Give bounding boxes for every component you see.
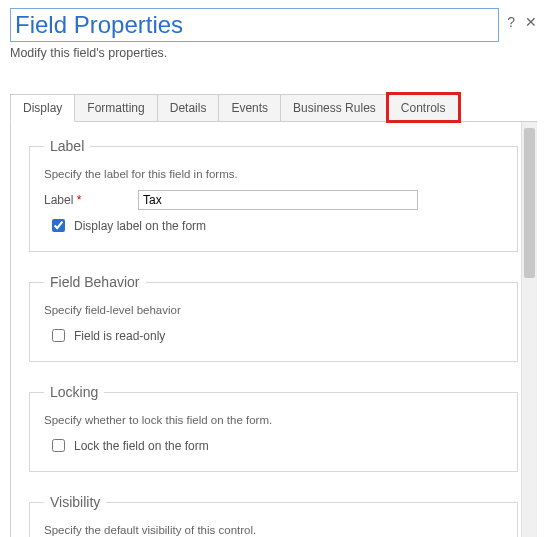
section-locking-legend: Locking	[44, 384, 104, 400]
section-visibility: Visibility Specify the default visibilit…	[29, 494, 518, 537]
tab-bar: Display Formatting Details Events Busine…	[10, 94, 537, 122]
tab-controls[interactable]: Controls	[388, 94, 459, 121]
page-subtitle: Modify this field's properties.	[10, 46, 537, 60]
section-label-desc: Specify the label for this field in form…	[44, 168, 503, 180]
section-label-legend: Label	[44, 138, 90, 154]
tab-display[interactable]: Display	[10, 94, 75, 122]
lock-text: Lock the field on the form	[74, 439, 209, 453]
tab-business-rules[interactable]: Business Rules	[280, 94, 389, 121]
tab-events[interactable]: Events	[218, 94, 281, 121]
section-behavior: Field Behavior Specify field-level behav…	[29, 274, 518, 362]
readonly-text: Field is read-only	[74, 329, 165, 343]
tab-details[interactable]: Details	[157, 94, 220, 121]
display-label-checkbox[interactable]	[52, 219, 65, 232]
page-title: Field Properties	[10, 8, 499, 42]
section-locking-desc: Specify whether to lock this field on th…	[44, 414, 503, 426]
scrollbar[interactable]	[521, 122, 537, 537]
section-behavior-desc: Specify field-level behavior	[44, 304, 503, 316]
section-visibility-desc: Specify the default visibility of this c…	[44, 524, 503, 536]
label-field-caption: Label *	[44, 193, 132, 207]
required-mark: *	[77, 193, 82, 207]
label-input[interactable]	[138, 190, 418, 210]
lock-checkbox[interactable]	[52, 439, 65, 452]
tab-formatting[interactable]: Formatting	[74, 94, 157, 121]
section-behavior-legend: Field Behavior	[44, 274, 146, 290]
section-visibility-legend: Visibility	[44, 494, 106, 510]
help-icon[interactable]: ?	[507, 14, 515, 30]
display-label-text: Display label on the form	[74, 219, 206, 233]
section-locking: Locking Specify whether to lock this fie…	[29, 384, 518, 472]
tab-panel: Label Specify the label for this field i…	[10, 122, 537, 537]
close-icon[interactable]: ✕	[525, 14, 537, 30]
scrollbar-thumb[interactable]	[524, 128, 535, 278]
section-label: Label Specify the label for this field i…	[29, 138, 518, 252]
readonly-checkbox[interactable]	[52, 329, 65, 342]
